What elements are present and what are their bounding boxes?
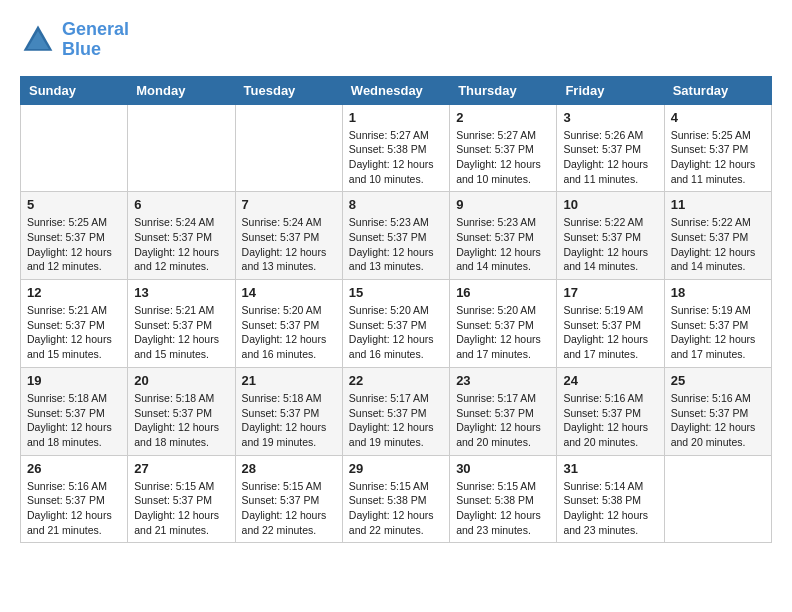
weekday-header-sunday: Sunday — [21, 76, 128, 104]
day-info: Sunrise: 5:25 AM Sunset: 5:37 PM Dayligh… — [671, 128, 765, 187]
calendar-day-cell: 7Sunrise: 5:24 AM Sunset: 5:37 PM Daylig… — [235, 192, 342, 280]
day-info: Sunrise: 5:15 AM Sunset: 5:38 PM Dayligh… — [349, 479, 443, 538]
day-info: Sunrise: 5:16 AM Sunset: 5:37 PM Dayligh… — [27, 479, 121, 538]
day-number: 20 — [134, 373, 228, 388]
day-number: 3 — [563, 110, 657, 125]
calendar-day-cell: 29Sunrise: 5:15 AM Sunset: 5:38 PM Dayli… — [342, 455, 449, 543]
weekday-header-thursday: Thursday — [450, 76, 557, 104]
calendar-day-cell: 18Sunrise: 5:19 AM Sunset: 5:37 PM Dayli… — [664, 280, 771, 368]
day-info: Sunrise: 5:27 AM Sunset: 5:38 PM Dayligh… — [349, 128, 443, 187]
calendar-week-row: 1Sunrise: 5:27 AM Sunset: 5:38 PM Daylig… — [21, 104, 772, 192]
day-info: Sunrise: 5:17 AM Sunset: 5:37 PM Dayligh… — [456, 391, 550, 450]
calendar-day-cell: 13Sunrise: 5:21 AM Sunset: 5:37 PM Dayli… — [128, 280, 235, 368]
calendar-week-row: 26Sunrise: 5:16 AM Sunset: 5:37 PM Dayli… — [21, 455, 772, 543]
calendar-day-cell: 22Sunrise: 5:17 AM Sunset: 5:37 PM Dayli… — [342, 367, 449, 455]
day-info: Sunrise: 5:15 AM Sunset: 5:37 PM Dayligh… — [134, 479, 228, 538]
calendar-day-cell: 12Sunrise: 5:21 AM Sunset: 5:37 PM Dayli… — [21, 280, 128, 368]
calendar-day-cell: 11Sunrise: 5:22 AM Sunset: 5:37 PM Dayli… — [664, 192, 771, 280]
day-info: Sunrise: 5:18 AM Sunset: 5:37 PM Dayligh… — [242, 391, 336, 450]
day-info: Sunrise: 5:24 AM Sunset: 5:37 PM Dayligh… — [242, 215, 336, 274]
calendar-day-cell: 28Sunrise: 5:15 AM Sunset: 5:37 PM Dayli… — [235, 455, 342, 543]
day-info: Sunrise: 5:26 AM Sunset: 5:37 PM Dayligh… — [563, 128, 657, 187]
day-number: 1 — [349, 110, 443, 125]
logo-icon — [20, 22, 56, 58]
calendar-day-cell: 10Sunrise: 5:22 AM Sunset: 5:37 PM Dayli… — [557, 192, 664, 280]
day-number: 6 — [134, 197, 228, 212]
day-number: 30 — [456, 461, 550, 476]
day-number: 26 — [27, 461, 121, 476]
calendar-empty-cell — [128, 104, 235, 192]
logo-text: General Blue — [62, 20, 129, 60]
calendar-day-cell: 20Sunrise: 5:18 AM Sunset: 5:37 PM Dayli… — [128, 367, 235, 455]
day-number: 10 — [563, 197, 657, 212]
calendar-day-cell: 23Sunrise: 5:17 AM Sunset: 5:37 PM Dayli… — [450, 367, 557, 455]
calendar-day-cell: 14Sunrise: 5:20 AM Sunset: 5:37 PM Dayli… — [235, 280, 342, 368]
calendar-week-row: 12Sunrise: 5:21 AM Sunset: 5:37 PM Dayli… — [21, 280, 772, 368]
day-number: 19 — [27, 373, 121, 388]
calendar-day-cell: 1Sunrise: 5:27 AM Sunset: 5:38 PM Daylig… — [342, 104, 449, 192]
day-number: 8 — [349, 197, 443, 212]
day-info: Sunrise: 5:20 AM Sunset: 5:37 PM Dayligh… — [456, 303, 550, 362]
calendar-empty-cell — [235, 104, 342, 192]
day-number: 27 — [134, 461, 228, 476]
day-number: 21 — [242, 373, 336, 388]
day-info: Sunrise: 5:23 AM Sunset: 5:37 PM Dayligh… — [456, 215, 550, 274]
day-number: 24 — [563, 373, 657, 388]
day-number: 23 — [456, 373, 550, 388]
day-number: 5 — [27, 197, 121, 212]
day-number: 12 — [27, 285, 121, 300]
calendar-week-row: 5Sunrise: 5:25 AM Sunset: 5:37 PM Daylig… — [21, 192, 772, 280]
calendar-day-cell: 31Sunrise: 5:14 AM Sunset: 5:38 PM Dayli… — [557, 455, 664, 543]
day-number: 7 — [242, 197, 336, 212]
calendar-day-cell: 9Sunrise: 5:23 AM Sunset: 5:37 PM Daylig… — [450, 192, 557, 280]
page-header: General Blue — [20, 20, 772, 60]
calendar-day-cell: 19Sunrise: 5:18 AM Sunset: 5:37 PM Dayli… — [21, 367, 128, 455]
day-info: Sunrise: 5:24 AM Sunset: 5:37 PM Dayligh… — [134, 215, 228, 274]
calendar-header-row: SundayMondayTuesdayWednesdayThursdayFrid… — [21, 76, 772, 104]
day-info: Sunrise: 5:22 AM Sunset: 5:37 PM Dayligh… — [563, 215, 657, 274]
day-number: 29 — [349, 461, 443, 476]
day-info: Sunrise: 5:21 AM Sunset: 5:37 PM Dayligh… — [27, 303, 121, 362]
day-number: 9 — [456, 197, 550, 212]
day-info: Sunrise: 5:20 AM Sunset: 5:37 PM Dayligh… — [242, 303, 336, 362]
weekday-header-friday: Friday — [557, 76, 664, 104]
calendar-day-cell: 30Sunrise: 5:15 AM Sunset: 5:38 PM Dayli… — [450, 455, 557, 543]
day-number: 11 — [671, 197, 765, 212]
calendar-day-cell: 26Sunrise: 5:16 AM Sunset: 5:37 PM Dayli… — [21, 455, 128, 543]
day-info: Sunrise: 5:19 AM Sunset: 5:37 PM Dayligh… — [563, 303, 657, 362]
weekday-header-tuesday: Tuesday — [235, 76, 342, 104]
calendar-day-cell: 24Sunrise: 5:16 AM Sunset: 5:37 PM Dayli… — [557, 367, 664, 455]
calendar-day-cell: 16Sunrise: 5:20 AM Sunset: 5:37 PM Dayli… — [450, 280, 557, 368]
day-number: 15 — [349, 285, 443, 300]
day-number: 18 — [671, 285, 765, 300]
day-info: Sunrise: 5:16 AM Sunset: 5:37 PM Dayligh… — [671, 391, 765, 450]
calendar-table: SundayMondayTuesdayWednesdayThursdayFrid… — [20, 76, 772, 544]
day-number: 4 — [671, 110, 765, 125]
day-number: 31 — [563, 461, 657, 476]
calendar-day-cell: 25Sunrise: 5:16 AM Sunset: 5:37 PM Dayli… — [664, 367, 771, 455]
weekday-header-saturday: Saturday — [664, 76, 771, 104]
day-info: Sunrise: 5:16 AM Sunset: 5:37 PM Dayligh… — [563, 391, 657, 450]
calendar-day-cell: 15Sunrise: 5:20 AM Sunset: 5:37 PM Dayli… — [342, 280, 449, 368]
day-info: Sunrise: 5:22 AM Sunset: 5:37 PM Dayligh… — [671, 215, 765, 274]
calendar-day-cell: 5Sunrise: 5:25 AM Sunset: 5:37 PM Daylig… — [21, 192, 128, 280]
day-number: 17 — [563, 285, 657, 300]
day-info: Sunrise: 5:19 AM Sunset: 5:37 PM Dayligh… — [671, 303, 765, 362]
calendar-day-cell: 6Sunrise: 5:24 AM Sunset: 5:37 PM Daylig… — [128, 192, 235, 280]
calendar-day-cell: 4Sunrise: 5:25 AM Sunset: 5:37 PM Daylig… — [664, 104, 771, 192]
day-number: 16 — [456, 285, 550, 300]
calendar-empty-cell — [664, 455, 771, 543]
weekday-header-wednesday: Wednesday — [342, 76, 449, 104]
day-info: Sunrise: 5:23 AM Sunset: 5:37 PM Dayligh… — [349, 215, 443, 274]
day-number: 13 — [134, 285, 228, 300]
calendar-day-cell: 8Sunrise: 5:23 AM Sunset: 5:37 PM Daylig… — [342, 192, 449, 280]
calendar-day-cell: 2Sunrise: 5:27 AM Sunset: 5:37 PM Daylig… — [450, 104, 557, 192]
day-info: Sunrise: 5:18 AM Sunset: 5:37 PM Dayligh… — [134, 391, 228, 450]
day-info: Sunrise: 5:21 AM Sunset: 5:37 PM Dayligh… — [134, 303, 228, 362]
calendar-day-cell: 21Sunrise: 5:18 AM Sunset: 5:37 PM Dayli… — [235, 367, 342, 455]
calendar-week-row: 19Sunrise: 5:18 AM Sunset: 5:37 PM Dayli… — [21, 367, 772, 455]
calendar-day-cell: 17Sunrise: 5:19 AM Sunset: 5:37 PM Dayli… — [557, 280, 664, 368]
day-info: Sunrise: 5:15 AM Sunset: 5:38 PM Dayligh… — [456, 479, 550, 538]
logo-blue: Blue — [62, 39, 101, 59]
day-info: Sunrise: 5:27 AM Sunset: 5:37 PM Dayligh… — [456, 128, 550, 187]
